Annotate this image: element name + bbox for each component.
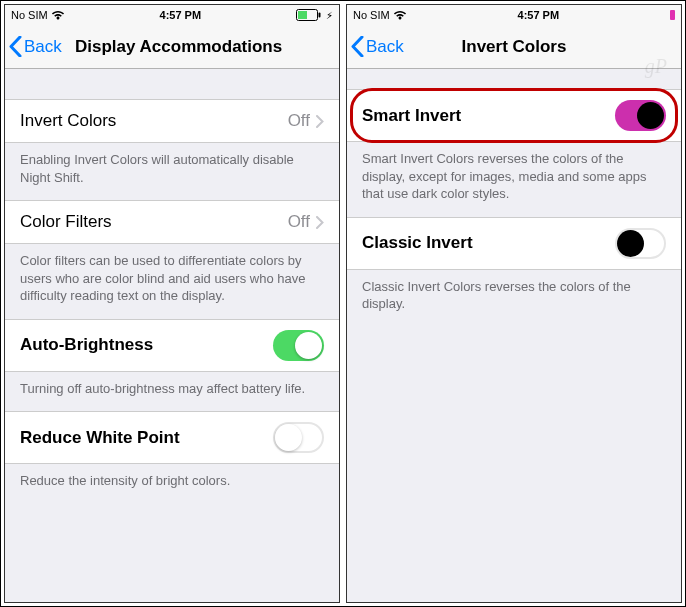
- nav-bar: Back Display Accommodations: [5, 25, 339, 69]
- wifi-icon: [51, 10, 65, 20]
- carrier-text: No SIM: [353, 9, 390, 21]
- row-label: Smart Invert: [362, 106, 615, 126]
- row-label: Classic Invert: [362, 233, 615, 253]
- row-label: Invert Colors: [20, 111, 288, 131]
- phone-display-accommodations: No SIM 4:57 PM ⚡︎ Back Display Accommoda…: [4, 4, 340, 603]
- row-footer: Smart Invert Colors reverses the colors …: [347, 142, 681, 217]
- row-value: Off: [288, 111, 310, 131]
- row-footer: Color filters can be used to differentia…: [5, 244, 339, 319]
- row-label: Color Filters: [20, 212, 288, 232]
- toggle-reduce-white-point[interactable]: [273, 422, 324, 453]
- clock-text: 4:57 PM: [518, 9, 560, 21]
- row-value: Off: [288, 212, 310, 232]
- toggle-smart-invert[interactable]: [615, 100, 666, 131]
- battery-icon: [670, 10, 675, 20]
- row-label: Auto-Brightness: [20, 335, 273, 355]
- status-bar: No SIM 4:57 PM ⚡︎: [5, 5, 339, 25]
- row-footer: Enabling Invert Colors will automaticall…: [5, 143, 339, 200]
- page-title: Display Accommodations: [75, 37, 282, 57]
- back-label: Back: [24, 37, 62, 57]
- chevron-right-icon: [316, 115, 324, 128]
- row-footer: Reduce the intensity of bright colors.: [5, 464, 339, 504]
- charging-icon: ⚡︎: [326, 10, 333, 21]
- status-bar: No SIM 4:57 PM: [347, 5, 681, 25]
- row-auto-brightness: Auto-Brightness: [5, 319, 339, 372]
- clock-text: 4:57 PM: [160, 9, 202, 21]
- chevron-right-icon: [316, 216, 324, 229]
- back-button[interactable]: Back: [5, 36, 62, 57]
- chevron-left-icon: [9, 36, 22, 57]
- row-invert-colors[interactable]: Invert Colors Off: [5, 99, 339, 143]
- chevron-left-icon: [351, 36, 364, 57]
- carrier-text: No SIM: [11, 9, 48, 21]
- settings-list: Invert Colors Off Enabling Invert Colors…: [5, 69, 339, 602]
- battery-icon: [296, 9, 322, 21]
- toggle-classic-invert[interactable]: [615, 228, 666, 259]
- svg-rect-1: [298, 11, 307, 19]
- row-classic-invert: Classic Invert: [347, 217, 681, 270]
- row-smart-invert: Smart Invert: [347, 89, 681, 142]
- wifi-icon: [393, 10, 407, 20]
- row-footer: Classic Invert Colors reverses the color…: [347, 270, 681, 327]
- row-color-filters[interactable]: Color Filters Off: [5, 200, 339, 244]
- phone-invert-colors: No SIM 4:57 PM Back Invert Colors gP: [346, 4, 682, 603]
- svg-rect-2: [318, 13, 320, 18]
- nav-bar: Back Invert Colors: [347, 25, 681, 69]
- row-label: Reduce White Point: [20, 428, 273, 448]
- back-label: Back: [366, 37, 404, 57]
- settings-list: Smart Invert Smart Invert Colors reverse…: [347, 69, 681, 602]
- toggle-auto-brightness[interactable]: [273, 330, 324, 361]
- row-reduce-white-point: Reduce White Point: [5, 411, 339, 464]
- back-button[interactable]: Back: [347, 36, 404, 57]
- row-footer: Turning off auto-brightness may affect b…: [5, 372, 339, 412]
